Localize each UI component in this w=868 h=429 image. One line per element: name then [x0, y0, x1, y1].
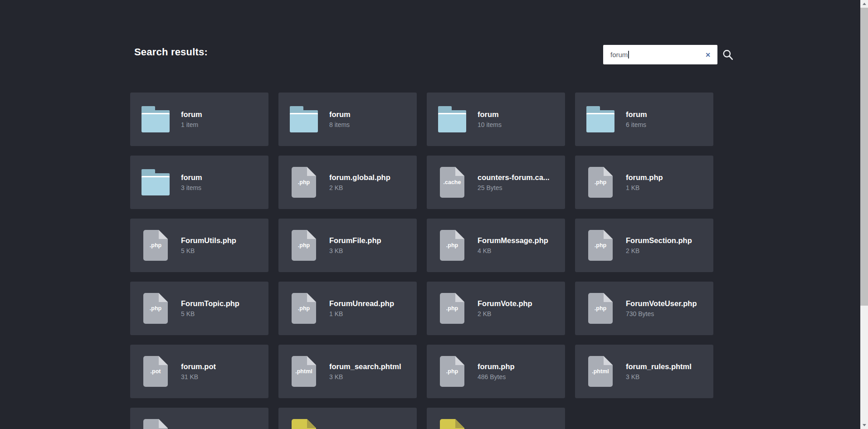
item-name: forum.global.php [329, 173, 390, 182]
file-card[interactable]: .pot forum.pot 31 KB [130, 345, 268, 398]
text-caret [628, 51, 629, 58]
file-ext-label: .phtml [588, 368, 613, 375]
file-fold-corner [159, 230, 168, 239]
file-card[interactable] [278, 408, 417, 429]
item-name: ForumSection.php [626, 236, 692, 245]
item-name: ForumMessage.php [478, 236, 548, 245]
item-meta: 486 Bytes [478, 373, 515, 380]
search-box[interactable]: forum ✕ [603, 45, 717, 64]
file-fold-corner [604, 167, 613, 176]
item-name: ForumUnread.php [329, 299, 394, 308]
file-card[interactable]: .php ForumMessage.php 4 KB [427, 219, 565, 272]
file-icon: .php [588, 293, 613, 324]
card-icon-slot: .php [575, 230, 626, 261]
file-card[interactable]: .php forum.global.php 2 KB [278, 156, 417, 209]
file-card[interactable]: .phtml forum_rules.phtml 3 KB [575, 345, 713, 398]
file-card[interactable] [427, 408, 565, 429]
item-meta: 2 KB [626, 247, 692, 254]
item-name: forum_search.phtml [329, 362, 401, 371]
item-name: forum [329, 110, 351, 119]
file-icon [292, 419, 316, 429]
file-card[interactable]: .php ForumUtils.php 5 KB [130, 219, 268, 272]
card-icon-slot: .cache [427, 167, 478, 198]
item-meta: 1 item [181, 121, 202, 128]
card-icon-slot: .php [278, 230, 329, 261]
file-card[interactable]: .php ForumSection.php 2 KB [575, 219, 713, 272]
file-card[interactable]: .php ForumUnread.php 1 KB [278, 282, 417, 335]
card-icon-slot: .php [278, 293, 329, 324]
file-fold-corner [604, 293, 613, 302]
card-icon-slot: .php [427, 356, 478, 387]
card-icon-slot: .php [278, 167, 329, 198]
search-icon[interactable] [722, 49, 734, 61]
card-icon-slot: .phtml [278, 356, 329, 387]
item-meta: 2 KB [329, 184, 390, 191]
results-grid: forum 1 item forum 8 items forum 10 item… [130, 93, 713, 429]
file-ext-label: .phtml [292, 368, 316, 375]
file-icon: .php [440, 293, 464, 324]
item-meta: 3 KB [329, 247, 381, 254]
item-meta: 5 KB [181, 247, 236, 254]
file-card[interactable]: forum 1 item [130, 93, 268, 146]
item-name: ForumVote.php [478, 299, 532, 308]
card-icon-slot [427, 106, 478, 132]
file-ext-label: .php [588, 179, 613, 185]
card-icon-slot: .pot [130, 356, 181, 387]
file-card[interactable]: forum 3 items [130, 156, 268, 209]
item-meta: 1 KB [626, 184, 663, 191]
scroll-up-arrow-icon[interactable] [860, 0, 868, 8]
scroll-down-arrow-icon[interactable] [860, 421, 868, 429]
file-card[interactable]: .php forum.php 486 Bytes [427, 345, 565, 398]
item-meta: 8 items [329, 121, 351, 128]
file-icon: .php [292, 293, 316, 324]
file-fold-corner [307, 419, 316, 428]
item-name: forum [181, 110, 202, 119]
item-name: forum [478, 110, 502, 119]
card-icon-slot: .php [575, 167, 626, 198]
item-meta: 3 KB [329, 373, 401, 380]
file-card[interactable]: forum 6 items [575, 93, 713, 146]
file-card[interactable]: .php ForumTopic.php 5 KB [130, 282, 268, 335]
file-icon: .php [588, 167, 613, 198]
item-name: forum [626, 110, 647, 119]
clear-search-button[interactable]: ✕ [705, 52, 711, 58]
file-card[interactable]: .cache counters-forum.ca... 25 Bytes [427, 156, 565, 209]
file-ext-label: .pot [143, 368, 168, 375]
file-card[interactable]: .php ForumVoteUser.php 730 Bytes [575, 282, 713, 335]
item-name: forum [181, 173, 202, 182]
file-fold-corner [455, 419, 464, 428]
file-fold-corner [159, 293, 168, 302]
folder-icon [438, 106, 466, 132]
folder-icon [586, 106, 614, 132]
scrollbar[interactable] [860, 0, 868, 429]
file-card[interactable] [130, 408, 268, 429]
file-card[interactable]: .php forum.php 1 KB [575, 156, 713, 209]
card-icon-slot: .php [130, 293, 181, 324]
item-meta: 1 KB [329, 310, 394, 317]
file-fold-corner [307, 167, 316, 176]
file-card[interactable]: .php ForumVote.php 2 KB [427, 282, 565, 335]
file-card[interactable]: .phtml forum_search.phtml 3 KB [278, 345, 417, 398]
file-fold-corner [307, 293, 316, 302]
file-fold-corner [455, 230, 464, 239]
file-fold-corner [159, 356, 168, 365]
file-card[interactable]: forum 8 items [278, 93, 417, 146]
page-title: Search results: [134, 46, 208, 58]
file-fold-corner [455, 293, 464, 302]
file-fold-corner [604, 230, 613, 239]
file-ext-label: .php [440, 242, 464, 249]
scrollbar-thumb[interactable] [860, 8, 868, 306]
search-input[interactable]: forum [603, 51, 705, 58]
file-card[interactable]: forum 10 items [427, 93, 565, 146]
item-meta: 3 items [181, 184, 202, 191]
file-fold-corner [307, 230, 316, 239]
file-fold-corner [307, 356, 316, 365]
card-icon-slot: .phtml [575, 356, 626, 387]
search-input-value: forum [610, 51, 628, 58]
file-fold-corner [455, 167, 464, 176]
file-ext-label: .php [440, 368, 464, 375]
item-meta: 3 KB [626, 373, 692, 380]
file-ext-label: .php [143, 305, 168, 312]
file-card[interactable]: .php ForumFile.php 3 KB [278, 219, 417, 272]
item-meta: 5 KB [181, 310, 239, 317]
